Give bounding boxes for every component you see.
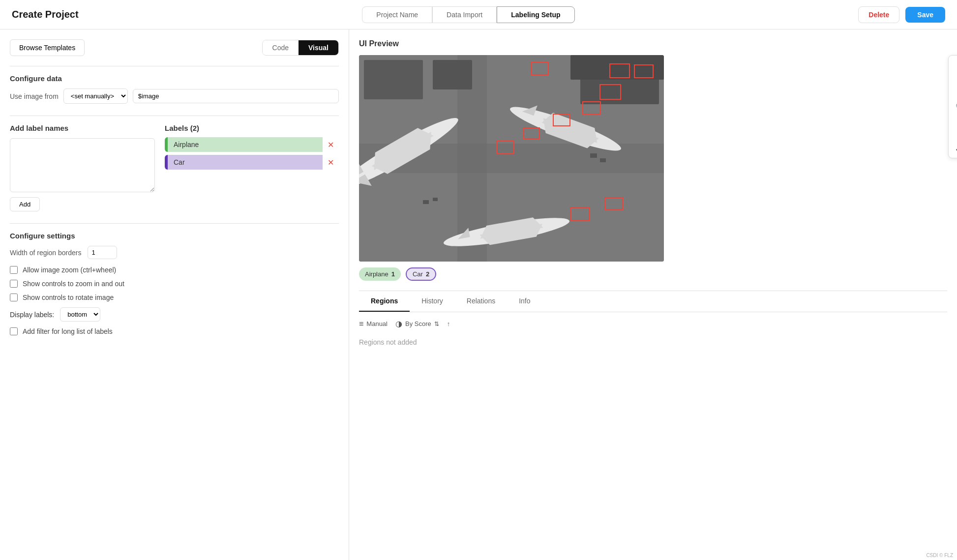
allow-zoom-checkbox[interactable] — [10, 266, 18, 274]
score-sort-icon: ⇅ — [434, 321, 439, 327]
tab-regions[interactable]: Regions — [359, 291, 410, 312]
zoom-out-tool[interactable]: 🔎 — [952, 137, 957, 155]
add-filter-label[interactable]: Add filter for long list of labels — [23, 327, 113, 335]
svg-rect-4 — [433, 60, 472, 89]
svg-rect-32 — [423, 200, 429, 204]
filter-by-score[interactable]: ◑ By Score ⇅ — [395, 319, 439, 328]
tab-relations[interactable]: Relations — [455, 291, 507, 312]
upload-icon: ↑ — [447, 320, 450, 327]
label-remove-airplane[interactable]: ✕ — [323, 138, 339, 151]
regions-empty-text: Regions not added — [359, 334, 947, 350]
step-project-name[interactable]: Project Name — [362, 6, 432, 23]
chip-car-label: Car — [413, 270, 423, 278]
tab-history[interactable]: History — [410, 291, 455, 312]
data-source-row: Use image from <set manually> — [10, 88, 339, 104]
visual-toggle[interactable]: Visual — [299, 40, 338, 55]
hand-tool[interactable]: ✋ — [952, 78, 957, 96]
svg-rect-6 — [570, 55, 664, 80]
tab-content-regions: ≡ Manual ◑ By Score ⇅ ↑ Regions not adde… — [359, 312, 947, 357]
divider-1 — [10, 66, 339, 66]
label-item-car: Car ✕ — [165, 155, 339, 170]
display-labels-row: Display labels: bottom top none — [10, 307, 339, 322]
labels-header: Labels (2) — [165, 124, 339, 132]
top-bar: Browse Templates Code Visual — [10, 39, 339, 56]
add-filter-checkbox[interactable] — [10, 327, 18, 335]
label-chips: Airplane 1 Car 2 — [359, 267, 947, 281]
configure-data-section: Configure data Use image from <set manua… — [10, 74, 339, 104]
aerial-preview-image — [359, 55, 664, 262]
add-label-title: Add label names — [10, 124, 155, 132]
show-rotate-label[interactable]: Show controls to rotate image — [23, 294, 114, 301]
header: Create Project Project Name Data Import … — [0, 0, 957, 29]
filter-manual-label: Manual — [366, 320, 388, 327]
step-labeling-setup[interactable]: Labeling Setup — [497, 6, 574, 23]
image-source-select[interactable]: <set manually> — [63, 88, 128, 104]
svg-rect-34 — [590, 153, 597, 158]
chip-airplane: Airplane 1 — [359, 267, 401, 281]
labels-section: Add label names Add Labels (2) Airplane … — [10, 124, 339, 211]
label-textarea[interactable] — [10, 138, 155, 192]
display-labels-select[interactable]: bottom top none — [60, 307, 100, 322]
chip-car: Car 2 — [406, 267, 436, 281]
step-nav: Project Name Data Import Labeling Setup — [362, 6, 574, 23]
width-input[interactable] — [88, 246, 117, 259]
display-labels-label: Display labels: — [10, 311, 54, 319]
filter-bar: ≡ Manual ◑ By Score ⇅ ↑ — [359, 319, 947, 328]
code-toggle[interactable]: Code — [263, 40, 299, 55]
manual-icon: ≡ — [359, 320, 363, 328]
allow-zoom-label[interactable]: Allow image zoom (ctrl+wheel) — [23, 266, 116, 274]
divider-3 — [10, 223, 339, 224]
labels-list: Labels (2) Airplane ✕ Car ✕ — [165, 124, 339, 211]
add-label-button[interactable]: Add — [10, 197, 40, 211]
show-rotate-row: Show controls to rotate image — [10, 294, 339, 301]
svg-rect-3 — [364, 60, 423, 99]
right-panel: UI Preview — [349, 29, 957, 560]
configure-data-title: Configure data — [10, 74, 339, 83]
show-zoom-checkbox[interactable] — [10, 280, 18, 288]
crosshair-tool[interactable]: ⊹ — [952, 118, 957, 135]
filter-upload[interactable]: ↑ — [447, 320, 450, 327]
cursor-tool[interactable]: ↖ — [952, 59, 957, 76]
browse-templates-button[interactable]: Browse Templates — [10, 39, 85, 56]
ui-preview-title: UI Preview — [359, 39, 947, 48]
tab-info[interactable]: Info — [507, 291, 542, 312]
label-name-car: Car — [168, 155, 323, 170]
zoom-in-tool[interactable]: 🔍 — [952, 98, 957, 116]
label-item-airplane: Airplane ✕ — [165, 137, 339, 152]
header-actions: Delete Save — [858, 6, 945, 23]
show-zoom-row: Show controls to zoom in and out — [10, 280, 339, 288]
width-setting-row: Width of region borders — [10, 246, 339, 259]
bottom-tabs: Regions History Relations Info ≡ Manual … — [359, 291, 947, 357]
configure-settings-section: Configure settings Width of region borde… — [10, 232, 339, 335]
tabs-header: Regions History Relations Info — [359, 291, 947, 312]
filter-manual[interactable]: ≡ Manual — [359, 320, 388, 328]
width-label: Width of region borders — [10, 249, 82, 257]
image-variable-input[interactable] — [133, 89, 339, 103]
page-title: Create Project — [12, 9, 79, 20]
chip-airplane-label: Airplane — [365, 270, 389, 278]
allow-zoom-row: Allow image zoom (ctrl+wheel) — [10, 266, 339, 274]
configure-settings-title: Configure settings — [10, 232, 339, 240]
label-remove-car[interactable]: ✕ — [323, 156, 339, 169]
tool-strip: ↖ ✋ 🔍 ⊹ 🔎 — [948, 55, 957, 158]
show-rotate-checkbox[interactable] — [10, 294, 18, 301]
divider-2 — [10, 116, 339, 116]
add-filter-row: Add filter for long list of labels — [10, 327, 339, 335]
code-visual-toggle: Code Visual — [262, 40, 339, 56]
svg-rect-33 — [433, 198, 438, 201]
delete-button[interactable]: Delete — [858, 6, 899, 23]
chip-airplane-count: 1 — [391, 270, 395, 278]
score-icon: ◑ — [395, 319, 402, 328]
filter-by-score-label: By Score — [405, 320, 431, 327]
chip-car-count: 2 — [426, 270, 429, 278]
main-layout: Browse Templates Code Visual Configure d… — [0, 29, 957, 560]
left-panel: Browse Templates Code Visual Configure d… — [0, 29, 349, 560]
step-data-import[interactable]: Data Import — [432, 6, 497, 23]
label-input-area: Add label names Add — [10, 124, 155, 211]
show-zoom-label[interactable]: Show controls to zoom in and out — [23, 280, 124, 288]
svg-rect-35 — [600, 158, 606, 162]
save-button[interactable]: Save — [905, 7, 945, 23]
use-image-label: Use image from — [10, 92, 59, 100]
footer-text: CSDI ©️ FLZ — [926, 553, 953, 558]
image-wrapper: ↖ ✋ 🔍 ⊹ 🔎 — [359, 55, 947, 262]
